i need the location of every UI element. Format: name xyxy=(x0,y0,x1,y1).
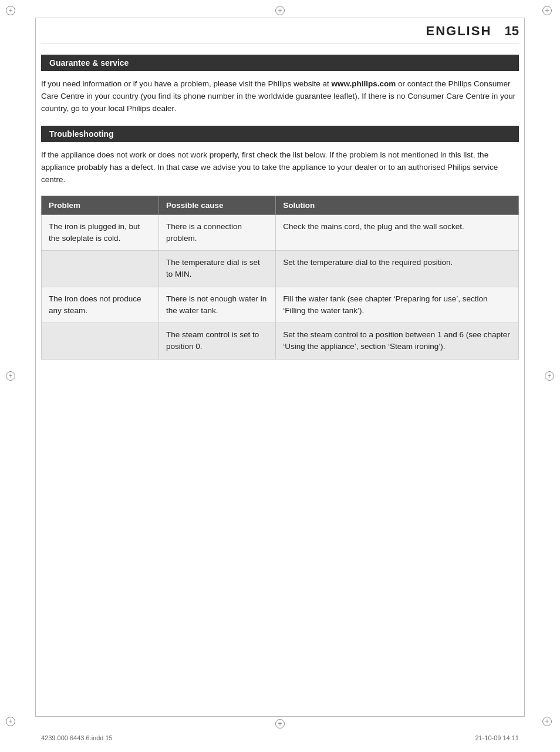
footer-left: 4239.000.6443.6.indd 15 xyxy=(41,734,113,741)
side-mark-left xyxy=(6,371,15,381)
cell-problem: The iron does not produce any steam. xyxy=(42,287,159,323)
reg-mark-bottom-right xyxy=(542,717,554,728)
cell-cause: The temperature dial is set to MIN. xyxy=(159,251,276,287)
cell-solution: Set the temperature dial to the required… xyxy=(276,251,519,287)
troubleshooting-table: Problem Possible cause Solution The iron… xyxy=(41,196,519,360)
cell-problem xyxy=(42,251,159,287)
reg-mark-top-right xyxy=(542,6,554,18)
guarantee-text-before: If you need information or if you have a… xyxy=(41,79,332,88)
margin-line-right xyxy=(524,18,525,717)
guarantee-title: Guarantee & service xyxy=(41,55,519,71)
col-solution: Solution xyxy=(276,196,519,214)
col-cause: Possible cause xyxy=(159,196,276,214)
guarantee-website: www.philips.com xyxy=(332,79,396,88)
page-container: ENGLISH 15 Guarantee & service If you ne… xyxy=(0,0,560,752)
margin-line-bottom xyxy=(35,716,525,717)
troubleshooting-intro: If the appliance does not work or does n… xyxy=(41,149,519,186)
crosshair-top xyxy=(275,6,285,15)
cell-problem: The iron is plugged in, but the soleplat… xyxy=(42,214,159,251)
cell-cause: There is not enough water in the water t… xyxy=(159,287,276,323)
page-footer: 4239.000.6443.6.indd 15 21-10-09 14:11 xyxy=(41,734,519,741)
guarantee-section: Guarantee & service If you need informat… xyxy=(41,55,519,115)
cell-solution: Set the steam control to a position betw… xyxy=(276,323,519,360)
table-row: The iron does not produce any steam.Ther… xyxy=(42,287,519,323)
troubleshooting-title: Troubleshooting xyxy=(41,126,519,142)
table-row: The steam control is set to position 0.S… xyxy=(42,323,519,360)
reg-mark-bottom-left xyxy=(6,717,18,728)
cell-solution: Check the mains cord, the plug and the w… xyxy=(276,214,519,251)
crosshair-bottom xyxy=(275,719,285,728)
side-mark-right xyxy=(545,371,554,381)
language-label: ENGLISH xyxy=(426,24,492,39)
cell-cause: The steam control is set to position 0. xyxy=(159,323,276,360)
cell-cause: There is a connection problem. xyxy=(159,214,276,251)
table-row: The iron is plugged in, but the soleplat… xyxy=(42,214,519,251)
guarantee-body: If you need information or if you have a… xyxy=(41,78,519,115)
cell-solution: Fill the water tank (see chapter ‘Prepar… xyxy=(276,287,519,323)
margin-line-top xyxy=(35,18,525,18)
table-row: The temperature dial is set to MIN.Set t… xyxy=(42,251,519,287)
page-number: 15 xyxy=(497,24,519,39)
cell-problem xyxy=(42,323,159,360)
page-header: ENGLISH 15 xyxy=(41,24,519,44)
col-problem: Problem xyxy=(42,196,159,214)
reg-mark-top-left xyxy=(6,6,18,18)
table-header-row: Problem Possible cause Solution xyxy=(42,196,519,214)
margin-line-left xyxy=(35,18,36,717)
footer-right: 21-10-09 14:11 xyxy=(475,734,519,741)
troubleshooting-section: Troubleshooting If the appliance does no… xyxy=(41,126,519,360)
